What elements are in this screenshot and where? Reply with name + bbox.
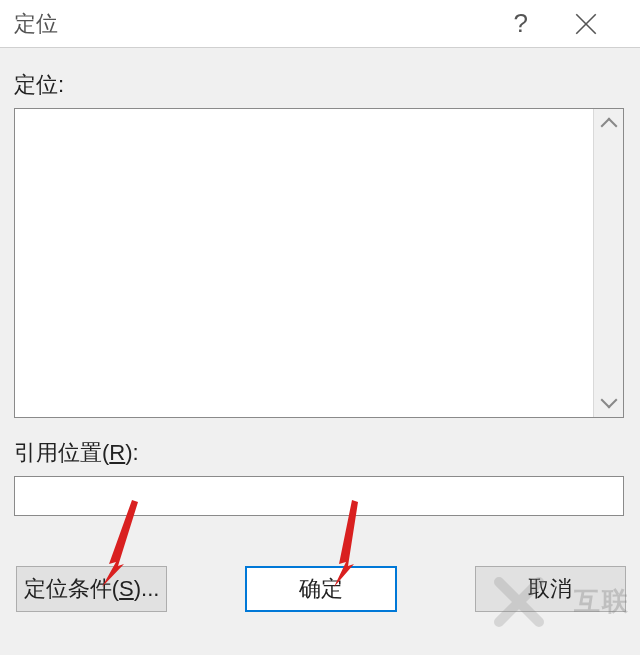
chevron-down-icon (601, 392, 618, 409)
goto-listbox[interactable] (14, 108, 624, 418)
close-icon (573, 11, 599, 37)
dialog-title: 定位 (14, 9, 58, 39)
special-label-suffix: )... (134, 576, 160, 602)
reference-input[interactable] (14, 476, 624, 516)
scroll-down-button[interactable] (594, 387, 624, 417)
reference-label-suffix: ): (125, 440, 138, 465)
goto-label: 定位: (14, 70, 626, 100)
listbox-content[interactable] (15, 109, 595, 417)
scroll-up-button[interactable] (594, 109, 624, 139)
reference-label: 引用位置(R): (14, 438, 626, 468)
listbox-scrollbar[interactable] (593, 109, 623, 417)
chevron-up-icon (601, 118, 618, 135)
special-button[interactable]: 定位条件(S)... (16, 566, 167, 612)
help-button[interactable]: ? (514, 8, 528, 39)
special-accelerator: S (119, 576, 134, 602)
reference-label-prefix: 引用位置( (14, 440, 109, 465)
close-button[interactable] (566, 4, 606, 44)
special-label-prefix: 定位条件( (24, 574, 119, 604)
dialog-body: 定位: 引用位置(R): 定位条件(S)... 确定 取消 (0, 48, 640, 612)
reference-accelerator: R (109, 440, 125, 465)
watermark-text: 互联 (574, 584, 630, 619)
reference-section: 引用位置(R): (14, 438, 626, 516)
watermark-logo (494, 577, 544, 627)
titlebar: 定位 ? (0, 0, 640, 48)
ok-button[interactable]: 确定 (245, 566, 397, 612)
